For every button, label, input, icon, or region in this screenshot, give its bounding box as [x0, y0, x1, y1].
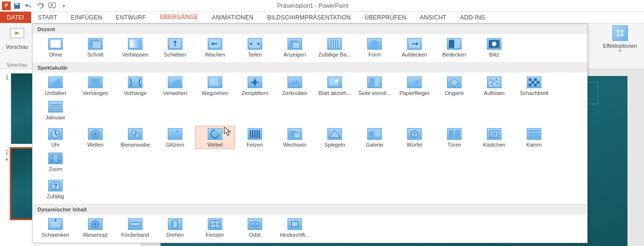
- transition-item[interactable]: ?Zufällig: [36, 177, 75, 201]
- svg-rect-55: [51, 221, 60, 227]
- transition-thumb-icon: [208, 218, 222, 230]
- transition-item[interactable]: Bienenwabe: [115, 126, 155, 149]
- transition-item[interactable]: Förderband: [115, 216, 155, 239]
- redo-button[interactable]: [35, 0, 46, 11]
- transition-caption: Form: [368, 52, 381, 57]
- transition-item[interactable]: Verhängen: [75, 74, 115, 97]
- transition-item[interactable]: Galerie: [355, 126, 394, 149]
- transition-item[interactable]: Wegziehen: [195, 74, 235, 97]
- svg-rect-31: [532, 81, 535, 84]
- transition-item[interactable]: Schnitt: [75, 36, 115, 59]
- transition-item[interactable]: Würfel: [394, 126, 434, 149]
- save-button[interactable]: [12, 0, 22, 11]
- qat-customize[interactable]: ▾: [58, 0, 69, 11]
- transition-item[interactable]: Umfallen: [36, 74, 75, 97]
- chevron-down-icon: ▾: [619, 49, 621, 53]
- tab-bildschirm[interactable]: BILDSCHIRMPRÄSENTATION: [260, 12, 358, 23]
- tab-entwurf[interactable]: ENTWURF: [109, 12, 153, 23]
- tab-datei[interactable]: DATEI: [0, 12, 31, 23]
- svg-point-40: [171, 132, 173, 133]
- transition-item[interactable]: Papierflieger: [394, 74, 434, 97]
- transition-thumb-icon: [48, 128, 63, 140]
- transition-thumb-icon: [88, 76, 103, 88]
- transition-thumb-icon: [367, 76, 382, 88]
- tab-einfuegen[interactable]: EINFÜGEN: [64, 12, 109, 23]
- transition-thumb-icon: [208, 76, 222, 88]
- transition-item[interactable]: Verblassen: [115, 36, 155, 59]
- app-icon: P: [2, 1, 11, 10]
- transition-item[interactable]: Glitzern: [155, 126, 195, 149]
- slide-num-text: 2: [5, 149, 9, 156]
- transition-item[interactable]: Vorhänge: [115, 74, 155, 97]
- transition-item[interactable]: Schwenken: [36, 216, 75, 239]
- transition-item[interactable]: Zufällige Ba...: [315, 36, 355, 59]
- transition-item[interactable]: Form: [355, 36, 394, 59]
- redo-icon: [37, 2, 44, 9]
- transition-item[interactable]: Origami: [434, 74, 474, 97]
- transition-item[interactable]: Orbit: [235, 216, 275, 239]
- effektoptionen-button[interactable]: Effektoptionen ▾: [600, 23, 640, 54]
- transition-thumb-icon: [168, 76, 182, 88]
- resize-grip-icon[interactable]: ⋰: [580, 236, 585, 242]
- transition-item[interactable]: Wirbel: [195, 126, 235, 149]
- tab-start[interactable]: START: [31, 12, 64, 23]
- transition-item[interactable]: Blatt abzieh...: [315, 74, 355, 97]
- svg-rect-48: [449, 130, 453, 138]
- transition-item[interactable]: Schachbrett: [514, 74, 554, 97]
- transition-thumb-icon: [287, 128, 302, 140]
- transition-item[interactable]: Zoom: [36, 150, 75, 173]
- transition-item[interactable]: Verwehen: [155, 74, 195, 97]
- transition-item[interactable]: Wellen: [75, 126, 115, 149]
- tab-ansicht[interactable]: ANSICHT: [413, 12, 453, 23]
- tab-animationen[interactable]: ANIMATIONEN: [205, 12, 261, 23]
- window-title: Präsentation1 - PowerPoint: [69, 2, 556, 9]
- transition-thumb-icon: [48, 218, 63, 230]
- svg-rect-51: [492, 132, 496, 135]
- transition-item[interactable]: Jalousie: [36, 98, 75, 122]
- svg-rect-5: [92, 41, 101, 49]
- transition-item[interactable]: Türen: [434, 126, 474, 149]
- transition-caption: Riesenrad: [83, 232, 107, 238]
- svg-point-13: [371, 40, 378, 48]
- transition-item[interactable]: Spiegeln: [315, 126, 355, 149]
- transition-item[interactable]: Kamm: [514, 126, 554, 149]
- transition-item[interactable]: Wechseln: [275, 126, 315, 149]
- transition-caption: Zoom: [49, 166, 62, 172]
- tab-ueberpruefen[interactable]: ÜBERPRÜFEN: [358, 12, 413, 23]
- vorschau-button[interactable]: Vorschau: [3, 25, 31, 51]
- transition-item[interactable]: Teilen: [235, 36, 275, 59]
- transition-item[interactable]: Wischen: [195, 36, 235, 59]
- transition-thumb-icon: [168, 218, 182, 230]
- svg-rect-21: [370, 78, 375, 87]
- transition-item[interactable]: Zersplittern: [235, 74, 275, 97]
- animation-star-icon: ✶: [5, 157, 9, 162]
- transition-item[interactable]: Ohne: [36, 36, 75, 59]
- tab-addins[interactable]: ADD-INS: [453, 12, 492, 23]
- transition-caption: Vorhänge: [124, 90, 146, 96]
- start-show-button[interactable]: [47, 0, 57, 11]
- transition-item[interactable]: Seite einroll...: [355, 74, 394, 97]
- transition-item[interactable]: Schieben: [155, 36, 195, 59]
- transition-item[interactable]: Kästchen: [474, 126, 514, 149]
- transition-item[interactable]: Drehen: [155, 216, 195, 239]
- transition-item[interactable]: Bedecken: [434, 36, 474, 59]
- undo-button[interactable]: [23, 0, 34, 11]
- tab-uebergaenge[interactable]: ÜBERGÄNGE: [153, 12, 205, 23]
- transition-item[interactable]: Hindurchfli...: [275, 216, 315, 239]
- transition-item[interactable]: Uhr: [36, 126, 75, 149]
- transition-item[interactable]: Fenster: [195, 216, 235, 239]
- transition-item[interactable]: Fetzen: [235, 126, 275, 149]
- transition-item[interactable]: Anzeigen: [275, 36, 315, 59]
- gallery-row-spek-3: ?Zufällig: [33, 177, 587, 204]
- undo-icon: [25, 2, 32, 9]
- svg-point-25: [493, 81, 495, 82]
- transition-item[interactable]: Blitz: [474, 36, 514, 59]
- transition-item[interactable]: Riesenrad: [75, 216, 115, 239]
- ribbon-body: Vorschau Vorschau Dezent OhneSchnittVerb…: [0, 23, 644, 69]
- gallery-section-dezent: Dezent: [33, 24, 587, 34]
- transition-item[interactable]: Zerknüllen: [275, 74, 315, 97]
- transition-item[interactable]: Auflösen: [474, 74, 514, 97]
- transition-item[interactable]: Aufdecken: [394, 36, 434, 59]
- gallery-section-spektakulaer: Spektakulär: [33, 62, 587, 73]
- transition-caption: Fenster: [206, 232, 224, 238]
